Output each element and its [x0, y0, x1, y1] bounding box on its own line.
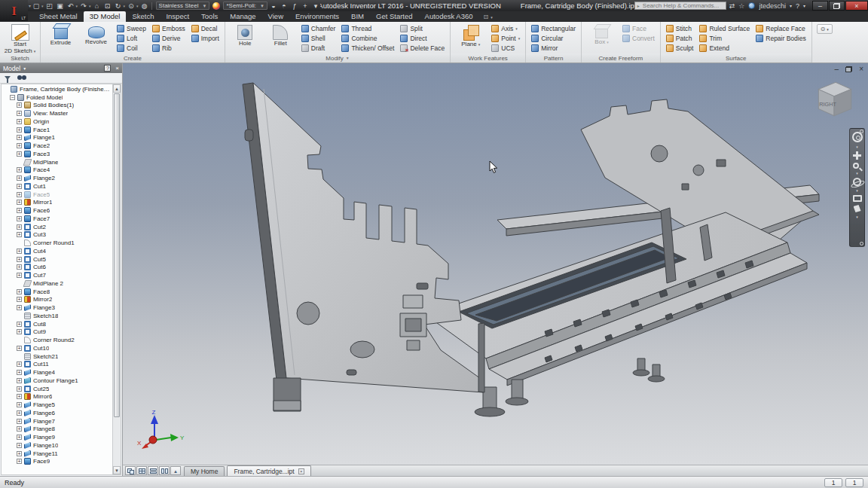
redo-icon-arrow[interactable]: ▾	[89, 4, 91, 8]
tree-expander-icon[interactable]: +	[17, 378, 22, 383]
tree-item-flange3[interactable]: +Flange3	[2, 303, 112, 312]
point-button[interactable]: Point▾	[490, 33, 521, 43]
tree-item-cut4[interactable]: +Cut4	[2, 247, 112, 255]
measure-icon[interactable]: +	[301, 2, 310, 10]
clear-appearance-icon[interactable]: ◓	[280, 2, 289, 10]
browser-help-icon[interactable]: ?	[104, 65, 111, 72]
emboss-button[interactable]: Emboss	[151, 23, 187, 33]
tab-sheet-metal[interactable]: Sheet Metal	[33, 11, 84, 22]
draft-button[interactable]: Draft	[300, 43, 338, 53]
tree-item-midplane-2[interactable]: +MidPlane 2	[2, 279, 112, 288]
adjust-appearance-icon[interactable]: ◒	[269, 2, 278, 10]
tree-item-sketch18[interactable]: +Sketch18	[2, 312, 112, 320]
look-at-icon[interactable]	[853, 195, 862, 202]
chevron-down-icon[interactable]: ▾	[803, 3, 805, 8]
viewcube-face-label[interactable]: RIGHT	[819, 101, 836, 108]
user-avatar[interactable]	[748, 2, 755, 9]
tree-item-face7[interactable]: +Face7	[2, 215, 112, 223]
group-label-modify[interactable]: Modify▼	[225, 53, 450, 63]
tree-item-face4[interactable]: +Face4	[2, 166, 112, 175]
navigation-wheel-icon[interactable]	[852, 132, 863, 142]
coil-button[interactable]: Coil	[115, 43, 148, 53]
pan-icon[interactable]	[853, 151, 861, 160]
direct-button[interactable]: Direct	[399, 33, 446, 43]
tile-horizontal-icon[interactable]	[148, 466, 158, 475]
scroll-thumb[interactable]	[114, 93, 120, 417]
tree-expander-icon[interactable]: +	[17, 143, 22, 148]
new-file-icon[interactable]: ▢	[32, 2, 41, 10]
tree-expander-icon[interactable]: +	[17, 329, 22, 334]
tree-item-flange10[interactable]: +Flange10	[2, 441, 112, 450]
group-label-pattern[interactable]: Pattern	[526, 53, 581, 63]
tree-expander-icon[interactable]: +	[17, 443, 22, 448]
tree-item-cut10[interactable]: +Cut10	[2, 344, 112, 352]
select-icon-arrow[interactable]: ▾	[136, 4, 139, 8]
tree-item-flange1[interactable]: +Flange1	[2, 134, 112, 142]
ribbon-collapse-button[interactable]: ⊙ ▾	[817, 24, 833, 34]
tree-expander-icon[interactable]: +	[17, 426, 22, 432]
open-file-icon[interactable]: ◰	[45, 2, 54, 10]
parameters-icon[interactable]: ƒ	[290, 2, 299, 10]
chamfer-button[interactable]: Chamfer	[300, 23, 338, 33]
tab-view[interactable]: View	[262, 11, 289, 22]
tree-item-contour-flange1[interactable]: +Contour Flange1	[2, 377, 112, 385]
tree-item-face6[interactable]: +Face6	[2, 206, 112, 215]
tree-expander-icon[interactable]: +	[17, 102, 22, 108]
new-file-icon-arrow[interactable]: ▾	[41, 4, 44, 8]
tree-expander-icon[interactable]: +	[17, 322, 22, 327]
tree-item-mirror6[interactable]: +Mirror6	[2, 393, 112, 401]
scroll-track[interactable]	[113, 93, 121, 466]
group-label-create[interactable]: Create	[41, 53, 225, 63]
tab-tools[interactable]: Tools	[195, 11, 224, 22]
extrude-button[interactable]: Extrude	[43, 23, 78, 53]
sweep-button[interactable]: Sweep	[115, 23, 148, 33]
restore-button[interactable]	[829, 1, 845, 11]
tree-expander-icon[interactable]: +	[17, 208, 22, 213]
tree-expander-icon[interactable]: +	[17, 305, 22, 310]
circular-button[interactable]: Circular	[530, 33, 577, 43]
zoom-icon[interactable]	[853, 163, 859, 169]
redo-icon[interactable]: ↷	[79, 2, 88, 10]
tree-item-flange5[interactable]: +Flange5	[2, 401, 112, 409]
undo-icon-arrow[interactable]: ▾	[76, 4, 78, 8]
tree-item-corner-round1[interactable]: +Corner Round1	[2, 239, 112, 247]
tab-autodesk-a360[interactable]: Autodesk A360	[419, 11, 479, 22]
cascade-windows-icon[interactable]	[125, 466, 136, 475]
group-label-sketch[interactable]: Sketch	[0, 54, 40, 63]
tree-item-mirror2[interactable]: +Mirror2	[2, 296, 112, 304]
tree-expander-icon[interactable]: +	[17, 135, 22, 140]
navigation-bar[interactable]: ▾ ▾ ▾ ▾	[849, 128, 865, 247]
chevron-down-icon[interactable]: ▼	[23, 66, 26, 71]
view-cube[interactable]: RIGHT	[811, 75, 857, 122]
tree-expander-icon[interactable]: +	[17, 459, 22, 464]
user-name[interactable]: jtedeschi	[759, 2, 786, 10]
tree-expander-icon[interactable]: +	[17, 361, 22, 367]
chevron-down-icon[interactable]: ▾	[856, 145, 858, 148]
tab-environments[interactable]: Environments	[289, 11, 345, 22]
scroll-up-icon[interactable]: ▲	[113, 84, 121, 93]
tree-item-face1[interactable]: +Face1	[2, 126, 112, 134]
expand-tabs-icon[interactable]: ▴	[170, 466, 181, 475]
tree-expander-icon[interactable]: +	[17, 419, 22, 424]
tree-expander-icon[interactable]: +	[17, 435, 22, 440]
tree-expander-icon[interactable]: +	[17, 451, 22, 456]
tree-expander-icon[interactable]: +	[17, 232, 22, 237]
tree-item-cut6[interactable]: +Cut6	[2, 264, 112, 272]
loft-button[interactable]: Loft	[115, 33, 148, 43]
tree-item-cut1[interactable]: +Cut1	[2, 182, 112, 191]
sync-icon[interactable]: ⇄	[729, 2, 735, 10]
tree-item-mirror1[interactable]: +Mirror1	[2, 199, 112, 207]
doc-close-button[interactable]: ×	[859, 65, 863, 73]
chevron-down-icon[interactable]: ▾	[856, 172, 858, 175]
search-box[interactable]: ▸	[634, 2, 726, 10]
tree-item-origin[interactable]: +Origin	[2, 117, 112, 126]
tree-item-cut9[interactable]: +Cut9	[2, 328, 112, 337]
rectangular-button[interactable]: Rectangular	[530, 23, 577, 33]
tree-item-cut3[interactable]: +Cut3	[2, 231, 112, 239]
tree-expander-icon[interactable]: +	[17, 289, 22, 294]
tree-item-cut8[interactable]: +Cut8	[2, 320, 112, 328]
tree-expander-icon[interactable]: +	[17, 184, 22, 189]
tree-item-face2[interactable]: +Face2	[2, 142, 112, 150]
delete-face-button[interactable]: Delete Face	[399, 43, 446, 53]
tree-item-face8[interactable]: +Face8	[2, 288, 112, 296]
